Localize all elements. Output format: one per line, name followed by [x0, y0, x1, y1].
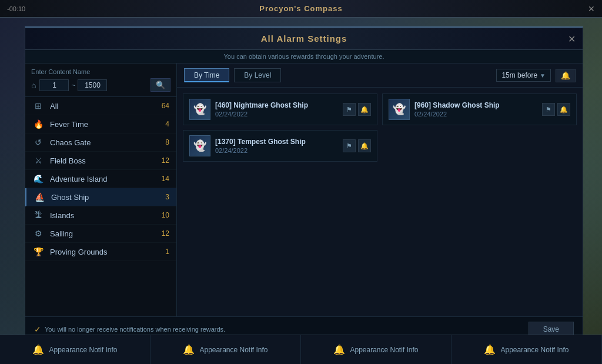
- tab-by-time[interactable]: By Time: [184, 68, 229, 82]
- category-name-chaos: Chaos Gate: [50, 138, 165, 147]
- sidebar-item-chaos[interactable]: ↺ Chaos Gate 8: [25, 133, 176, 152]
- notif-button-1[interactable]: 🔔 Appearance Notif Info: [0, 335, 150, 364]
- search-row: ⌂ ~ 🔍: [31, 78, 170, 92]
- category-icon-chaos: ↺: [32, 138, 44, 147]
- alarm-item-name-1: [460] Nightmare Ghost Ship: [215, 101, 338, 109]
- search-min-input[interactable]: [39, 79, 69, 91]
- content-area: By Time By Level 15m before ▼ 🔔 👻 [460] …: [177, 64, 583, 316]
- alarm-item-date-2: 02/24/2022: [414, 111, 537, 118]
- category-name-fever: Fever Time: [50, 120, 165, 129]
- window-close-button[interactable]: ✕: [588, 4, 595, 14]
- time-display: -00:10: [7, 5, 25, 12]
- category-name-ghost-ship: Ghost Ship: [51, 193, 165, 202]
- category-icon-islands: 🏝: [32, 211, 44, 220]
- modal-body: Enter Content Name ⌂ ~ 🔍 ⊞ All 64 🔥 Feve…: [25, 64, 583, 316]
- category-icon-sailing: ⚙: [32, 229, 44, 238]
- category-count-proving: 1: [165, 248, 169, 256]
- tab-by-level[interactable]: By Level: [234, 68, 281, 82]
- time-select-value: 15m before: [501, 71, 537, 79]
- alarm-flag-button-3[interactable]: ⚑: [343, 139, 356, 152]
- alarm-item-icon-3: 👻: [189, 135, 210, 156]
- sidebar-item-sailing[interactable]: ⚙ Sailing 12: [25, 225, 176, 243]
- alarm-flag-button-2[interactable]: ⚑: [542, 103, 555, 116]
- time-select[interactable]: 15m before ▼: [496, 69, 551, 82]
- search-range: ~: [39, 79, 147, 91]
- modal-title: All Alarm Settings: [261, 34, 347, 44]
- alarm-sound-button-1[interactable]: 🔔: [358, 103, 371, 116]
- notif-label-4: Appearance Notif Info: [500, 346, 568, 354]
- alarm-item-actions-3: ⚑ 🔔: [343, 139, 371, 152]
- category-count-sailing: 12: [162, 229, 169, 238]
- category-count-all: 64: [162, 102, 169, 110]
- dropdown-arrow-icon: ▼: [540, 72, 546, 79]
- category-list: ⊞ All 64 🔥 Fever Time 4 ↺ Chaos Gate 8 ⚔…: [25, 97, 176, 316]
- alarm-sound-button-3[interactable]: 🔔: [358, 139, 371, 152]
- notif-icon-4: 🔔: [484, 344, 496, 355]
- search-label: Enter Content Name: [31, 68, 170, 75]
- alarm-item-1[interactable]: 👻 [460] Nightmare Ghost Ship 02/24/2022 …: [183, 93, 377, 125]
- notif-button-2[interactable]: 🔔 Appearance Notif Info: [150, 335, 301, 364]
- search-area: Enter Content Name ⌂ ~ 🔍: [25, 64, 176, 97]
- alarm-settings-modal: All Alarm Settings ✕ You can obtain vari…: [25, 26, 583, 342]
- category-name-all: All: [50, 102, 162, 111]
- alarm-item-date-3: 02/24/2022: [215, 147, 338, 154]
- alarm-item-info-3: [1370] Tempest Ghost Ship 02/24/2022: [215, 138, 338, 154]
- sidebar-item-adventure[interactable]: 🌊 Adventure Island 14: [25, 170, 176, 188]
- alarm-items-grid: 👻 [460] Nightmare Ghost Ship 02/24/2022 …: [177, 88, 583, 316]
- modal-header: All Alarm Settings ✕: [25, 28, 583, 50]
- category-count-field-boss: 12: [162, 156, 169, 165]
- alarm-item-actions-2: ⚑ 🔔: [542, 103, 570, 116]
- category-sidebar: Enter Content Name ⌂ ~ 🔍 ⊞ All 64 🔥 Feve…: [25, 64, 177, 316]
- notif-button-3[interactable]: 🔔 Appearance Notif Info: [301, 335, 452, 364]
- category-icon-proving: 🏆: [32, 247, 44, 256]
- category-count-adventure: 14: [162, 175, 169, 183]
- category-count-chaos: 8: [165, 138, 169, 146]
- alarm-item-actions-1: ⚑ 🔔: [343, 103, 371, 116]
- modal-close-button[interactable]: ✕: [568, 33, 576, 44]
- modal-subtitle: You can obtain various rewards through y…: [25, 50, 583, 64]
- notif-icon-1: 🔔: [32, 344, 44, 355]
- search-separator: ~: [71, 81, 75, 89]
- notif-button-4[interactable]: 🔔 Appearance Notif Info: [452, 335, 602, 364]
- sidebar-item-field-boss[interactable]: ⚔ Field Boss 12: [25, 152, 176, 170]
- alarm-item-icon-2: 👻: [389, 99, 410, 120]
- sidebar-item-all[interactable]: ⊞ All 64: [25, 97, 176, 115]
- sidebar-item-ghost-ship[interactable]: ⛵ Ghost Ship 3: [25, 188, 176, 206]
- sound-button[interactable]: 🔔: [556, 69, 576, 82]
- alarm-item-info-1: [460] Nightmare Ghost Ship 02/24/2022: [215, 101, 338, 118]
- category-name-proving: Proving Grounds: [50, 248, 165, 256]
- sidebar-item-fever[interactable]: 🔥 Fever Time 4: [25, 115, 176, 133]
- category-count-ghost-ship: 3: [165, 193, 169, 201]
- category-icon-all: ⊞: [32, 101, 44, 111]
- category-icon-field-boss: ⚔: [32, 156, 44, 165]
- alarm-item-icon-1: 👻: [189, 99, 210, 120]
- category-name-adventure: Adventure Island: [50, 175, 162, 183]
- top-bar: -00:10 Procyon's Compass ✕: [0, 0, 602, 18]
- house-icon: ⌂: [31, 81, 36, 90]
- notif-label-3: Appearance Notif Info: [350, 346, 418, 354]
- content-toolbar: By Time By Level 15m before ▼ 🔔: [177, 64, 583, 88]
- sidebar-item-proving[interactable]: 🏆 Proving Grounds 1: [25, 243, 176, 261]
- notif-label-2: Appearance Notif Info: [199, 346, 267, 354]
- sidebar-item-islands[interactable]: 🏝 Islands 10: [25, 206, 176, 225]
- alarm-flag-button-1[interactable]: ⚑: [343, 103, 356, 116]
- notif-label-1: Appearance Notif Info: [49, 346, 117, 354]
- category-count-islands: 10: [162, 211, 169, 219]
- category-name-islands: Islands: [50, 211, 162, 220]
- alarm-item-name-2: [960] Shadow Ghost Ship: [414, 101, 537, 109]
- search-button[interactable]: 🔍: [150, 78, 170, 92]
- category-name-sailing: Sailing: [50, 229, 162, 238]
- footer-notice: ✓ You will no longer receive notificatio…: [34, 325, 225, 334]
- window-title: Procyon's Compass: [259, 4, 342, 13]
- alarm-item-name-3: [1370] Tempest Ghost Ship: [215, 138, 338, 146]
- category-icon-ghost-ship: ⛵: [34, 192, 45, 202]
- alarm-item-2[interactable]: 👻 [960] Shadow Ghost Ship 02/24/2022 ⚑ 🔔: [382, 93, 577, 125]
- bottom-bar: 🔔 Appearance Notif Info 🔔 Appearance Not…: [0, 335, 602, 364]
- alarm-item-info-2: [960] Shadow Ghost Ship 02/24/2022: [414, 101, 537, 118]
- category-count-fever: 4: [165, 120, 169, 128]
- alarm-sound-button-2[interactable]: 🔔: [557, 103, 570, 116]
- search-max-input[interactable]: [78, 79, 107, 91]
- category-icon-fever: 🔥: [32, 119, 44, 129]
- alarm-item-3[interactable]: 👻 [1370] Tempest Ghost Ship 02/24/2022 ⚑…: [183, 130, 377, 162]
- category-name-field-boss: Field Boss: [50, 156, 162, 165]
